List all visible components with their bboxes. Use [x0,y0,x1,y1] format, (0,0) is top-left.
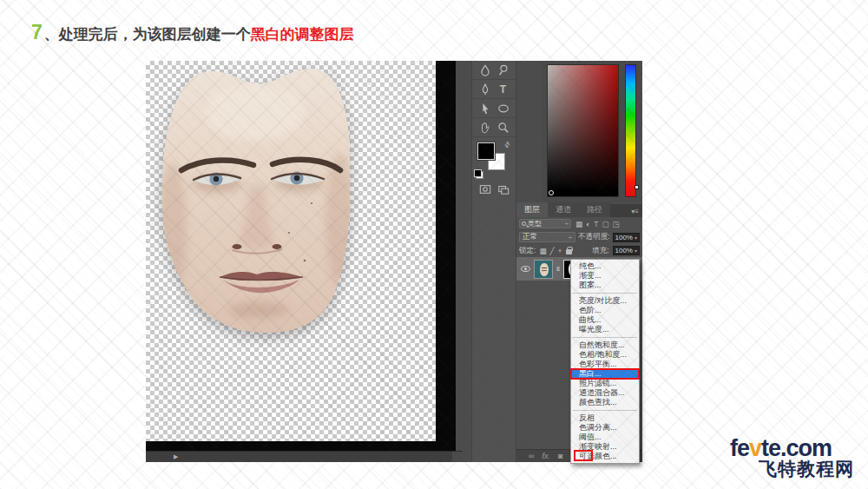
color-swatches: ⇄ [476,141,512,179]
menu-item[interactable]: 色调分离... [571,423,639,433]
menu-item[interactable]: 曝光度... [571,325,639,334]
blur-tool-icon[interactable] [477,63,492,76]
filter-type-select[interactable]: 类型 ÷ [519,219,571,228]
adjustment-layer-menu: 纯色...渐变...图案...亮度/对比度...色阶...曲线...曝光度...… [570,259,640,464]
tab-channels[interactable]: 通道 [548,202,579,217]
mask-link-icon: 8 [556,266,560,272]
opacity-label: 不透明度: [578,232,609,242]
menu-item[interactable]: 色相/饱和度... [571,350,639,360]
quick-mask-mode-icon[interactable] [477,182,492,195]
menu-item[interactable]: 色彩平衡... [571,360,639,369]
saturation-brightness-field[interactable] [547,64,619,197]
menu-item[interactable]: 色阶... [571,306,639,315]
add-mask-icon[interactable]: ◙ [558,452,562,460]
document-canvas[interactable] [146,61,436,443]
color-cursor[interactable] [549,190,554,195]
pen-tool-icon[interactable] [477,83,492,96]
menu-separator [573,410,637,411]
pasteboard-bottom [146,441,456,451]
menu-separator [573,293,637,294]
menu-item[interactable]: 图案... [571,281,639,290]
stepper-icon: ÷ [565,220,569,228]
screen-mode-icon[interactable] [496,182,510,195]
site-logo: fevte.com 飞特教程网 [730,438,854,479]
menu-item[interactable]: 自然饱和度... [571,340,639,350]
adjustment-layer-filter-icon[interactable]: ◐ [586,220,590,228]
foreground-color-swatch[interactable] [477,142,495,160]
layer-style-fx-icon[interactable]: fx. [542,452,550,460]
type-layer-filter-icon[interactable]: T [594,220,598,228]
scrollbar-corner [452,452,463,462]
opacity-value[interactable]: 100%▾ [613,233,640,242]
horizontal-scrollbar[interactable]: ▶ [146,451,463,462]
layer-thumbnail[interactable] [534,260,553,279]
ellipse-tool-icon[interactable] [496,102,510,115]
blend-row: 正常 ÷ 不透明度: 100%▾ [516,230,642,244]
scroll-arrow-icon[interactable]: ▶ [174,453,178,460]
menu-separator [573,337,637,338]
search-icon [522,221,526,226]
panel-menu-icon[interactable]: ▾≡ [631,208,639,217]
default-colors-icon[interactable] [476,171,483,179]
zoom-tool-icon[interactable] [496,121,510,134]
lock-transparent-icon[interactable]: ▦ [539,247,546,255]
step-number: 7 [31,21,43,43]
menu-item[interactable]: 曲线... [571,315,639,325]
step-title: 7、处理完后，为该图层创建一个黑白的调整图层 [31,21,354,44]
lock-icons: ▦ ╱ + [539,247,571,255]
smart-object-filter-icon[interactable]: ◳ [612,220,619,228]
logo-domain: fevte.com [730,438,832,459]
blend-mode-select[interactable]: 正常 ÷ [519,232,575,242]
menu-item-black-white[interactable]: 黑白... [571,369,639,379]
layer-filter-row: 类型 ÷ ▦◐T▢◳ [516,217,642,230]
photoshop-screenshot: ▶ T ⇄ [146,61,642,462]
red-annotation-box [574,450,593,461]
path-selection-tool-icon[interactable] [477,102,492,115]
lock-row: 锁定: ▦ ╱ + 填充: 100%▾ [516,244,642,257]
pasteboard [436,61,456,451]
lock-label: 锁定: [519,246,536,256]
lock-move-icon[interactable]: + [558,247,562,255]
chevron-down-icon: ▾ [635,248,637,254]
hand-tool-icon[interactable] [477,121,492,134]
toolbar: T ⇄ [471,61,516,462]
link-layers-icon[interactable]: ∞ [529,452,534,460]
layer-visibility-eye-icon[interactable] [521,266,530,272]
hue-cursor[interactable] [635,185,639,189]
menu-item[interactable]: 照片滤镜... [571,379,639,388]
lock-all-icon[interactable] [566,249,572,254]
dodge-tool-icon[interactable] [496,63,510,76]
step-text: 处理完后，为该图层创建一个 [59,26,251,43]
step-highlight-text: 黑白的调整图层 [251,26,354,43]
panel-tabs: 图层 通道 路径 ▾≡ [516,204,642,217]
color-panel [542,61,642,202]
chevron-down-icon: ▾ [635,235,637,241]
hue-slider[interactable] [625,64,636,197]
menu-item[interactable]: 渐变... [571,271,639,281]
menu-item[interactable]: 颜色查找... [571,398,639,407]
fill-value[interactable]: 100%▾ [613,246,640,255]
stepper-icon: ÷ [569,234,572,241]
lock-paint-icon[interactable]: ╱ [549,247,554,255]
logo-chinese: 飞特教程网 [730,459,854,479]
swap-colors-icon[interactable]: ⇄ [503,140,512,149]
tab-paths[interactable]: 路径 [579,202,610,217]
fill-label: 填充: [592,246,608,256]
pixel-layer-filter-icon[interactable]: ▦ [575,220,582,228]
menu-item[interactable]: 阈值... [571,433,639,442]
menu-item[interactable]: 纯色... [571,261,639,271]
tab-layers[interactable]: 图层 [516,202,548,217]
menu-item[interactable]: 反相 [571,413,639,423]
type-tool-icon[interactable]: T [496,83,510,96]
menu-item[interactable]: 亮度/对比度... [571,296,639,306]
shape-layer-filter-icon[interactable]: ▢ [602,220,608,228]
face-image [159,63,350,334]
menu-item[interactable]: 通道混合器... [571,388,639,398]
